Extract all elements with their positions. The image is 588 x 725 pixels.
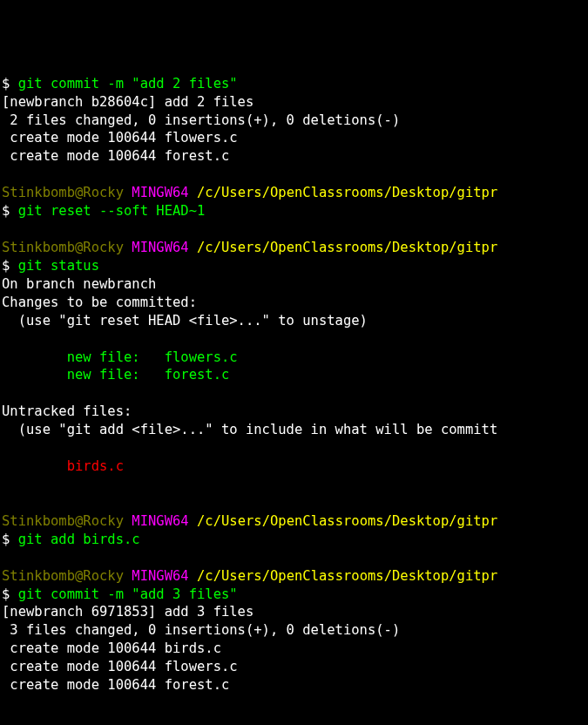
output-line: Changes to be committed: [2, 294, 586, 312]
blank-line [2, 439, 586, 457]
prompt-header: Stinkbomb@Rocky MINGW64 /c/Users/OpenCla… [2, 239, 586, 257]
output-line: create mode 100644 forest.c [2, 676, 586, 695]
prompt-line: $ git commit -m "add 2 files" [2, 75, 586, 93]
command-text: git commit -m "add 3 files" [18, 586, 238, 602]
staged-file-line: new file: flowers.c [2, 349, 586, 367]
new-file-label: new file: [2, 349, 165, 365]
blank-line [2, 220, 586, 239]
prompt-msystem: MINGW64 [132, 185, 188, 200]
prompt-path: /c/Users/OpenClassrooms/Desktop/gitpr [197, 240, 497, 255]
output-line: 3 files changed, 0 insertions(+), 0 dele… [2, 621, 586, 640]
prompt-path: /c/Users/OpenClassrooms/Desktop/gitpr [197, 568, 497, 584]
output-line: create mode 100644 forest.c [2, 147, 586, 166]
prompt-msystem: MINGW64 [132, 568, 188, 584]
prompt-line: $ git add birds.c [2, 531, 586, 549]
command-text: git status [18, 258, 99, 274]
prompt-line: $ git commit -m "add 3 files" [2, 586, 586, 604]
file-name: birds.c [67, 458, 124, 474]
new-file-label: new file: [2, 367, 165, 383]
file-name: forest.c [165, 367, 230, 383]
prompt-dollar: $ [2, 532, 10, 547]
prompt-path: /c/Users/OpenClassrooms/Desktop/gitpr [197, 185, 497, 200]
output-line: (use "git add <file>..." to include in w… [2, 421, 586, 439]
prompt-userhost: Stinkbomb@Rocky [2, 513, 124, 529]
prompt-header: Stinkbomb@Rocky MINGW64 /c/Users/OpenCla… [2, 512, 586, 531]
blank-line [2, 476, 586, 494]
blank-line [2, 166, 586, 184]
prompt-header: Stinkbomb@Rocky MINGW64 /c/Users/OpenCla… [2, 184, 586, 202]
blank-line [2, 330, 586, 349]
prompt-dollar: $ [2, 203, 10, 219]
command-text: git add birds.c [18, 532, 140, 547]
prompt-userhost: Stinkbomb@Rocky [2, 240, 124, 255]
prompt-line: $ git reset --soft HEAD~1 [2, 202, 586, 220]
output-line: [newbranch 6971853] add 3 files [2, 603, 586, 621]
prompt-userhost: Stinkbomb@Rocky [2, 568, 124, 584]
output-line: Untracked files: [2, 403, 586, 421]
blank-line [2, 384, 586, 403]
blank-line [2, 549, 586, 567]
prompt-line: $ git status [2, 257, 586, 275]
output-line: create mode 100644 birds.c [2, 640, 586, 658]
indent [2, 458, 67, 474]
prompt-userhost: Stinkbomb@Rocky [2, 185, 124, 200]
prompt-msystem: MINGW64 [132, 513, 188, 529]
prompt-dollar: $ [2, 586, 10, 602]
prompt-msystem: MINGW64 [132, 240, 188, 255]
output-line: 2 files changed, 0 insertions(+), 0 dele… [2, 112, 586, 130]
output-line: (use "git reset HEAD <file>..." to unsta… [2, 312, 586, 330]
blank-line [2, 494, 586, 512]
command-text: git reset --soft HEAD~1 [18, 203, 206, 219]
file-name: flowers.c [165, 349, 238, 365]
command-text: git commit -m "add 2 files" [18, 76, 238, 91]
output-line: create mode 100644 flowers.c [2, 129, 586, 147]
prompt-path: /c/Users/OpenClassrooms/Desktop/gitpr [197, 513, 497, 529]
untracked-file-line: birds.c [2, 457, 586, 476]
prompt-header: Stinkbomb@Rocky MINGW64 /c/Users/OpenCla… [2, 567, 586, 586]
output-line: create mode 100644 flowers.c [2, 658, 586, 676]
terminal[interactable]: $ git commit -m "add 2 files"[newbranch … [2, 75, 586, 695]
prompt-dollar: $ [2, 76, 10, 91]
output-line: On branch newbranch [2, 275, 586, 294]
staged-file-line: new file: forest.c [2, 366, 586, 384]
output-line: [newbranch b28604c] add 2 files [2, 93, 586, 112]
prompt-dollar: $ [2, 258, 10, 274]
